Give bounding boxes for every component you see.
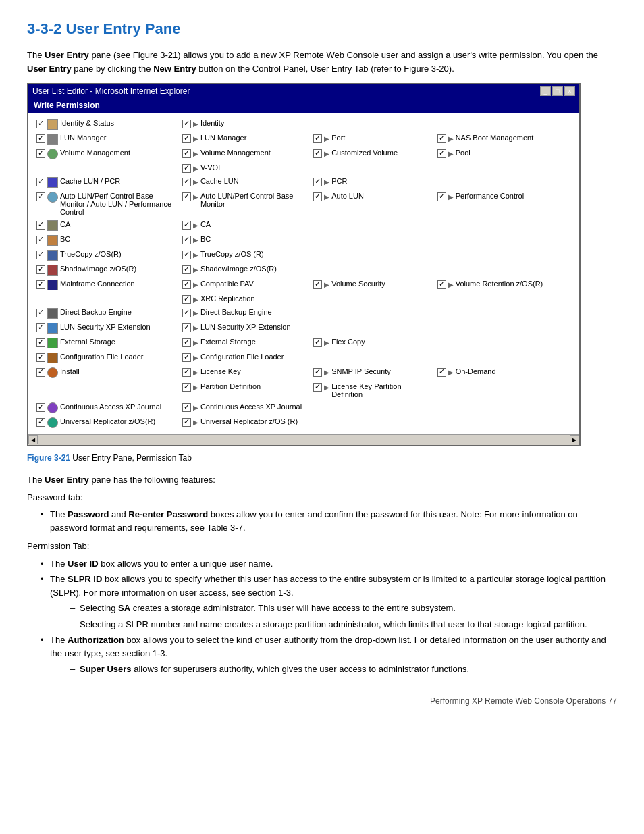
checkbox[interactable] (36, 149, 45, 158)
checkbox[interactable] (182, 149, 191, 158)
perm-label: Compatible PAV (200, 280, 254, 288)
checkbox[interactable] (313, 134, 322, 143)
checkbox[interactable] (182, 383, 191, 392)
arrow-icon: ▶ (324, 135, 329, 142)
arrow-icon: ▶ (193, 193, 198, 201)
table-row: ShadowImage z/OS(R) ▶ ShadowImage z/OS(R… (34, 263, 566, 278)
checkbox[interactable] (36, 120, 45, 128)
checkbox[interactable] (313, 338, 322, 347)
table-row: Mainframe Connection ▶ Compatible PAV (34, 278, 566, 292)
perm-label: LUN Security XP Extension (200, 323, 291, 331)
item-icon (47, 235, 58, 246)
checkbox[interactable] (36, 353, 45, 362)
minimize-button[interactable]: _ (540, 86, 551, 96)
perm-label: Identity & Status (60, 119, 114, 127)
perm-label: TrueCopy z/OS(R) (60, 250, 122, 258)
item-icon (47, 149, 58, 159)
item-icon (47, 220, 58, 231)
arrow-icon: ▶ (193, 150, 198, 157)
checkbox[interactable] (36, 368, 45, 377)
checkbox[interactable] (36, 418, 45, 427)
checkbox[interactable] (182, 134, 191, 143)
checkbox[interactable] (437, 280, 446, 289)
body-text: The User Entry pane has the following fe… (27, 473, 608, 676)
figure-caption-text: User Entry Pane, Permission Tab (70, 453, 192, 463)
checkbox[interactable] (36, 265, 45, 274)
figure-number: Figure 3-21 (27, 453, 70, 463)
checkbox[interactable] (182, 192, 191, 201)
checkbox[interactable] (437, 368, 446, 377)
perm-label: BC (60, 235, 70, 243)
perm-label: ShadowImage z/OS(R) (200, 265, 277, 273)
arrow-icon: ▶ (448, 281, 454, 288)
perm-label: Continuous Access XP Journal (60, 402, 161, 411)
checkbox[interactable] (182, 353, 191, 362)
checkbox[interactable] (182, 338, 191, 347)
perm-label: Direct Backup Engine (200, 308, 272, 316)
checkbox[interactable] (182, 295, 191, 304)
checkbox[interactable] (182, 120, 191, 128)
checkbox[interactable] (36, 323, 45, 332)
checkbox[interactable] (182, 280, 191, 289)
item-icon (47, 308, 58, 319)
checkbox[interactable] (313, 178, 322, 186)
window-content: Identity & Status ▶ Identity (28, 113, 579, 434)
authorization-bullet: The Authorization box allows you to sele… (41, 633, 608, 676)
checkbox[interactable] (36, 338, 45, 347)
maximize-button[interactable]: □ (552, 86, 563, 96)
checkbox[interactable] (437, 134, 446, 143)
checkbox[interactable] (182, 221, 191, 230)
checkbox[interactable] (182, 309, 191, 317)
checkbox[interactable] (36, 251, 45, 259)
item-icon (47, 323, 58, 334)
table-row: LUN Security XP Extension ▶ LUN Security… (34, 321, 566, 336)
slpr-sub-bullets: Selecting SA creates a storage administr… (70, 602, 608, 631)
window-controls[interactable]: _ □ × (540, 86, 575, 96)
checkbox[interactable] (36, 178, 45, 186)
checkbox[interactable] (313, 149, 322, 158)
checkbox[interactable] (313, 192, 322, 201)
permission-tab-label: Permission Tab: (27, 540, 608, 553)
table-row: ▶ Partition Definition ▶ License Key Par… (34, 380, 566, 400)
checkbox[interactable] (437, 192, 446, 201)
table-row: ▶ XRC Replication (34, 292, 566, 306)
checkbox[interactable] (182, 251, 191, 259)
scroll-left-button[interactable]: ◀ (28, 435, 38, 444)
permission-bullets: The User ID box allows you to enter a un… (41, 557, 608, 676)
checkbox[interactable] (36, 134, 45, 143)
checkbox[interactable] (313, 368, 322, 377)
table-row: ▶ V-VOL (34, 161, 566, 175)
table-row: Volume Management ▶ Volume Management (34, 147, 566, 161)
checkbox[interactable] (182, 368, 191, 377)
arrow-icon: ▶ (324, 281, 329, 288)
checkbox[interactable] (36, 403, 45, 412)
checkbox[interactable] (182, 403, 191, 412)
checkbox[interactable] (182, 236, 191, 244)
scroll-right-button[interactable]: ▶ (570, 435, 579, 444)
page-title: 3-3-2 User Entry Pane (27, 20, 617, 38)
scroll-track-h[interactable] (38, 435, 570, 445)
checkbox[interactable] (36, 280, 45, 289)
checkbox[interactable] (36, 236, 45, 244)
figure-caption: Figure 3-21 User Entry Pane, Permission … (27, 453, 617, 463)
perm-label: Partition Definition (200, 382, 261, 390)
checkbox[interactable] (182, 265, 191, 274)
arrow-icon: ▶ (193, 281, 198, 288)
user-entry-desc: The User Entry pane has the following fe… (27, 473, 608, 487)
checkbox[interactable] (36, 221, 45, 230)
checkbox[interactable] (313, 280, 322, 289)
item-icon (47, 250, 58, 261)
arrow-icon: ▶ (193, 354, 198, 361)
checkbox[interactable] (36, 309, 45, 317)
checkbox[interactable] (182, 418, 191, 427)
horizontal-scrollbar[interactable]: ◀ ▶ (28, 434, 579, 445)
checkbox[interactable] (437, 149, 446, 158)
checkbox[interactable] (182, 178, 191, 186)
item-icon (47, 367, 58, 378)
checkbox[interactable] (313, 383, 322, 392)
checkbox[interactable] (182, 323, 191, 332)
checkbox[interactable] (36, 192, 45, 201)
checkbox[interactable] (182, 164, 191, 173)
arrow-icon: ▶ (324, 178, 329, 186)
close-button[interactable]: × (564, 86, 575, 96)
